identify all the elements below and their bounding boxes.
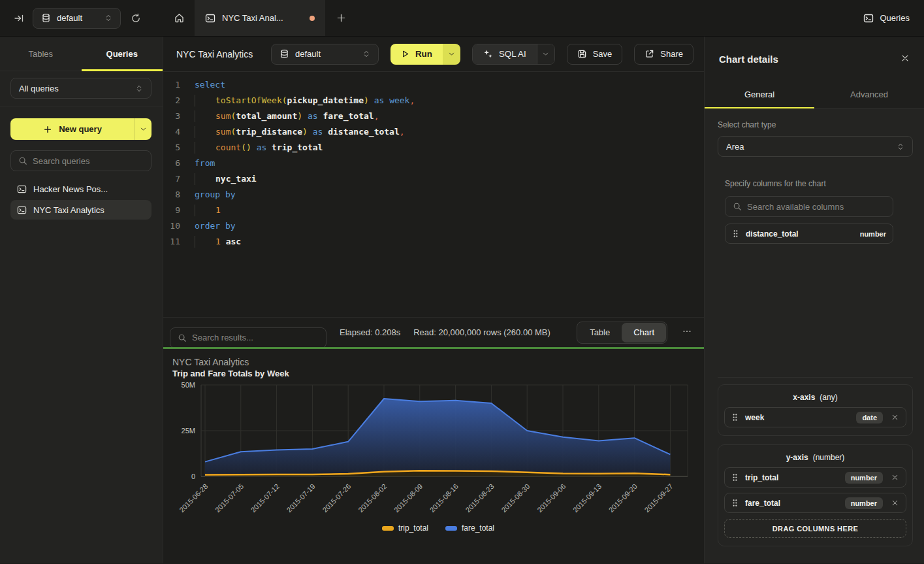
column-chip-week[interactable]: weekdate bbox=[724, 407, 906, 427]
columns-search[interactable] bbox=[725, 196, 893, 217]
save-button-label: Save bbox=[593, 49, 613, 59]
save-button[interactable]: Save bbox=[567, 44, 623, 65]
code-line[interactable]: 3sum(total_amount) as fare_total, bbox=[163, 108, 704, 124]
sql-ai-button[interactable]: SQL AI bbox=[473, 44, 537, 64]
column-name: week bbox=[745, 413, 764, 422]
query-search-input[interactable] bbox=[33, 156, 144, 166]
svg-text:2015-09-13: 2015-09-13 bbox=[571, 482, 603, 514]
new-query-dropdown[interactable] bbox=[135, 118, 151, 140]
chart-subtitle: Trip and Fare Totals by Week bbox=[172, 369, 704, 378]
topbar-database-selector[interactable]: default bbox=[33, 8, 121, 29]
legend-swatch bbox=[445, 526, 457, 531]
sql-ai-button-group: SQL AI bbox=[472, 44, 555, 65]
svg-text:2015-08-30: 2015-08-30 bbox=[500, 482, 531, 514]
code-line[interactable]: 2toStartOfWeek(pickup_datetime) as week, bbox=[163, 93, 704, 108]
x-axis-box[interactable]: x-axis (any) weekdate bbox=[718, 384, 913, 436]
svg-text:2015-08-23: 2015-08-23 bbox=[464, 482, 496, 514]
queries-button[interactable]: Queries bbox=[863, 13, 910, 24]
code-line[interactable]: 1select bbox=[163, 77, 704, 93]
column-chip-fare_total[interactable]: fare_totalnumber bbox=[724, 493, 906, 513]
columns-search-input[interactable] bbox=[747, 202, 885, 212]
code-tokens: from bbox=[187, 156, 215, 171]
svg-text:50M: 50M bbox=[182, 381, 195, 389]
sql-ai-label: SQL AI bbox=[499, 49, 526, 59]
terminal-icon bbox=[205, 13, 215, 24]
query-filter-select[interactable]: All queries bbox=[10, 78, 151, 99]
code-tokens: sum(total_amount) as fare_total, bbox=[187, 108, 379, 124]
chart-type-value: Area bbox=[726, 142, 744, 152]
chart-view-button[interactable]: Chart bbox=[622, 323, 666, 342]
drag-handle-icon[interactable] bbox=[732, 229, 739, 238]
y-axis-box[interactable]: y-axis (number) trip_totalnumberfare_tot… bbox=[718, 444, 913, 546]
table-view-button[interactable]: Table bbox=[578, 323, 622, 342]
refresh-button[interactable] bbox=[126, 8, 146, 28]
tab-tables[interactable]: Tables bbox=[0, 37, 82, 71]
sql-ai-dropdown[interactable] bbox=[537, 44, 554, 64]
remove-column-icon[interactable] bbox=[891, 473, 899, 482]
play-icon bbox=[401, 50, 409, 58]
line-number: 3 bbox=[163, 108, 187, 124]
code-line[interactable]: 7nyc_taxi bbox=[163, 171, 704, 187]
code-line[interactable]: 5count() as trip_total bbox=[163, 140, 704, 156]
collapse-sidebar-button[interactable] bbox=[9, 8, 29, 28]
tab-nyc-taxi-analytics[interactable]: NYC Taxi Anal... bbox=[195, 0, 325, 36]
drag-handle-icon[interactable] bbox=[731, 413, 739, 422]
run-button[interactable]: Run bbox=[390, 44, 443, 65]
code-tokens: 1 bbox=[187, 203, 221, 218]
code-line[interactable]: 6from bbox=[163, 156, 704, 171]
top-bar: default NYC Taxi Anal... bbox=[0, 0, 924, 37]
new-query-main[interactable]: New query bbox=[10, 124, 135, 134]
drag-columns-dropzone[interactable]: DRAG COLUMNS HERE bbox=[724, 519, 906, 538]
results-search[interactable] bbox=[170, 327, 327, 348]
terminal-icon bbox=[863, 13, 874, 24]
code-line[interactable]: 91 bbox=[163, 203, 704, 218]
query-search[interactable] bbox=[10, 150, 151, 171]
share-button[interactable]: Share bbox=[634, 44, 693, 65]
results-toolbar: Elapsed: 0.208s Read: 20,000,000 rows (2… bbox=[163, 318, 704, 347]
code-line[interactable]: 4sum(trip_distance) as distance_total, bbox=[163, 124, 704, 140]
topbar-database-value: default bbox=[57, 13, 82, 23]
query-list-item[interactable]: NYC Taxi Analytics bbox=[10, 200, 151, 220]
code-line[interactable]: 111 asc bbox=[163, 234, 704, 250]
legend-item-fare_total[interactable]: fare_total bbox=[445, 523, 494, 533]
run-database-value: default bbox=[295, 49, 321, 59]
remove-column-icon[interactable] bbox=[891, 413, 899, 422]
chart-title: NYC Taxi Analytics bbox=[172, 357, 704, 367]
new-query-button[interactable]: New query bbox=[10, 118, 151, 140]
sidebar-tabs: Tables Queries bbox=[0, 37, 163, 71]
legend-label: trip_total bbox=[398, 523, 428, 533]
tab-advanced[interactable]: Advanced bbox=[814, 81, 924, 108]
home-tab-button[interactable] bbox=[163, 0, 195, 36]
svg-text:2015-07-26: 2015-07-26 bbox=[321, 482, 352, 514]
code-line[interactable]: 8group by bbox=[163, 187, 704, 203]
legend-item-trip_total[interactable]: trip_total bbox=[382, 523, 428, 533]
close-panel-button[interactable] bbox=[900, 54, 910, 65]
new-tab-button[interactable] bbox=[325, 0, 357, 36]
line-number: 6 bbox=[163, 156, 187, 171]
page-title: NYC Taxi Analytics bbox=[176, 49, 253, 59]
drag-handle-icon[interactable] bbox=[731, 499, 739, 507]
line-number: 7 bbox=[163, 171, 187, 187]
sql-editor[interactable]: 1select2toStartOfWeek(pickup_datetime) a… bbox=[163, 72, 704, 318]
remove-column-icon[interactable] bbox=[891, 499, 899, 507]
svg-text:2015-06-28: 2015-06-28 bbox=[178, 482, 209, 514]
run-database-selector[interactable]: default bbox=[271, 44, 379, 65]
run-options-dropdown[interactable] bbox=[443, 44, 460, 65]
results-more-button[interactable] bbox=[680, 326, 693, 339]
svg-text:2015-07-05: 2015-07-05 bbox=[214, 482, 245, 514]
tab-queries[interactable]: Queries bbox=[82, 37, 163, 71]
available-columns-list: distance_totalnumber bbox=[725, 217, 893, 244]
drag-handle-icon[interactable] bbox=[731, 473, 739, 482]
arrow-right-to-bar-icon bbox=[14, 13, 24, 24]
column-chip-distance_total[interactable]: distance_totalnumber bbox=[725, 224, 893, 244]
query-list: Hacker News Pos...NYC Taxi Analytics bbox=[10, 179, 151, 220]
query-filter-value: All queries bbox=[19, 84, 59, 93]
query-list-item[interactable]: Hacker News Pos... bbox=[10, 179, 151, 199]
elapsed-stat: Elapsed: 0.208s bbox=[340, 327, 400, 337]
results-search-input[interactable] bbox=[192, 333, 319, 342]
line-number: 1 bbox=[163, 77, 187, 93]
chart-type-select[interactable]: Area bbox=[718, 136, 913, 157]
column-chip-trip_total[interactable]: trip_totalnumber bbox=[724, 467, 906, 488]
tab-general[interactable]: General bbox=[705, 81, 814, 108]
code-line[interactable]: 10order by bbox=[163, 218, 704, 234]
